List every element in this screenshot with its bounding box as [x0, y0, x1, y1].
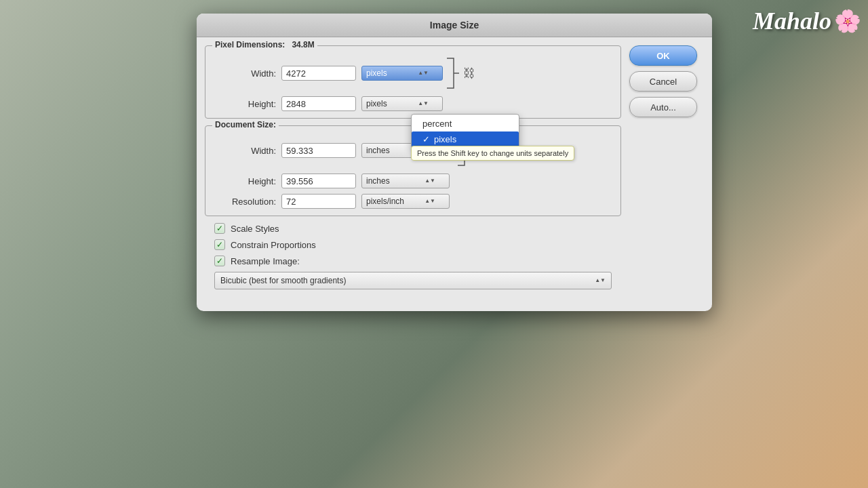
- dropdown-item-pixels[interactable]: ✓ pixels: [412, 131, 519, 147]
- doc-height-unit-select[interactable]: inches ▲▼: [361, 174, 450, 188]
- selected-checkmark: ✓: [422, 134, 430, 144]
- doc-height-input[interactable]: [281, 174, 356, 188]
- pixel-height-row: Height: pixels ▲▼: [215, 96, 611, 111]
- resample-image-checkbox[interactable]: ✓: [214, 256, 225, 266]
- pixel-unit-select[interactable]: pixels ▲▼: [361, 66, 443, 81]
- constrain-proportions-label: Constrain Proportions: [231, 240, 316, 250]
- pixel-width-controls: pixels ▲▼ ⛓: [361, 56, 475, 91]
- resample-method-value: Bicubic (best for smooth gradients): [220, 276, 346, 285]
- pixel-height-input[interactable]: [281, 96, 356, 111]
- pixel-dimensions-section: Pixel Dimensions: 34.8M Width: pixels ▲▼: [205, 45, 621, 119]
- resolution-row: Resolution: pixels/inch ▲▼: [215, 194, 611, 209]
- scale-styles-row: ✓ Scale Styles: [205, 223, 621, 234]
- auto-button[interactable]: Auto...: [629, 97, 697, 117]
- doc-width-input[interactable]: [281, 143, 356, 158]
- ok-button[interactable]: OK: [629, 45, 697, 66]
- resample-image-label: Resample Image:: [231, 256, 300, 266]
- resample-image-row: ✓ Resample Image:: [205, 256, 621, 266]
- pixel-height-label: Height:: [215, 99, 276, 109]
- dialog-left: Pixel Dimensions: 34.8M Width: pixels ▲▼: [205, 45, 621, 289]
- pixel-width-input[interactable]: [281, 66, 356, 81]
- pixel-height-controls: pixels ▲▼: [361, 96, 443, 111]
- dialog-title: Image Size: [430, 20, 479, 30]
- mahalo-text: Mahalo: [753, 7, 831, 35]
- dialog-body: Pixel Dimensions: 34.8M Width: pixels ▲▼: [197, 37, 712, 298]
- pixel-height-unit-select[interactable]: pixels ▲▼: [361, 96, 443, 111]
- doc-height-row: Height: inches ▲▼: [215, 174, 611, 188]
- pixel-dimensions-legend: Pixel Dimensions: 34.8M: [212, 40, 317, 49]
- scale-styles-checkbox[interactable]: ✓: [214, 223, 225, 234]
- image-size-dialog: Image Size Pixel Dimensions: 34.8M Width…: [197, 14, 712, 311]
- dropdown-item-percent[interactable]: percent: [412, 116, 519, 131]
- resolution-unit-select[interactable]: pixels/inch ▲▼: [361, 194, 450, 209]
- cancel-button[interactable]: Cancel: [629, 71, 697, 92]
- unit-dropdown-popup: percent ✓ pixels: [411, 114, 519, 149]
- dialog-titlebar: Image Size: [197, 14, 712, 37]
- pixel-width-label: Width:: [215, 68, 276, 79]
- mahalo-flower: 🌸: [834, 8, 861, 34]
- resolution-input[interactable]: [281, 194, 356, 209]
- constrain-proportions-row: ✓ Constrain Proportions: [205, 239, 621, 250]
- scale-styles-label: Scale Styles: [231, 224, 279, 234]
- constrain-proportions-checkbox[interactable]: ✓: [214, 239, 225, 250]
- resample-method-select[interactable]: Bicubic (best for smooth gradients) ▲▼: [214, 272, 612, 289]
- doc-height-label: Height:: [215, 176, 276, 186]
- shift-key-tooltip: Press the Shift key to change units sepa…: [411, 146, 574, 161]
- mahalo-logo: Mahalo 🌸: [753, 7, 861, 35]
- width-height-bracket: [446, 56, 460, 91]
- link-chain-icon: ⛓: [463, 66, 475, 81]
- pixel-width-row: Width: pixels ▲▼ ⛓: [215, 56, 611, 91]
- doc-width-label: Width:: [215, 146, 276, 156]
- document-size-legend: Document Size:: [212, 120, 279, 129]
- resolution-label: Resolution:: [215, 197, 276, 207]
- dialog-buttons: OK Cancel Auto...: [629, 45, 704, 289]
